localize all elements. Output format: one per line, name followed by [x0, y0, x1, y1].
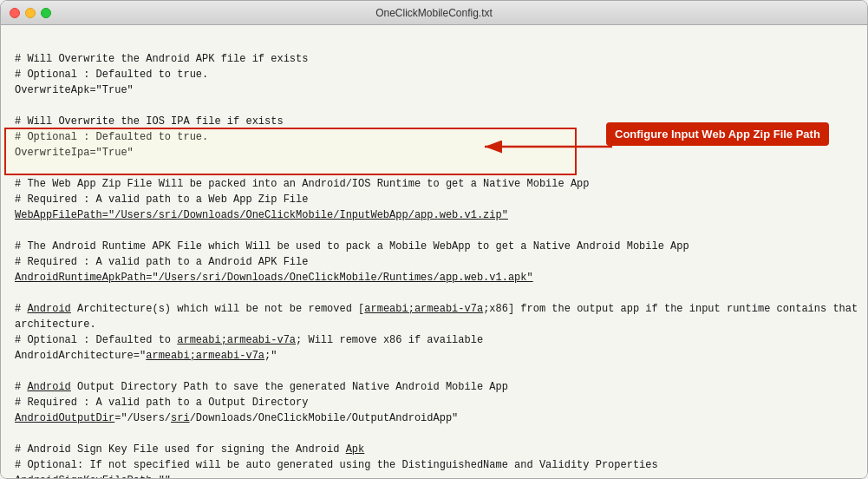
line-1: # Will Overwrite the Android APK file if…	[15, 53, 308, 65]
code-content: # Will Overwrite the Android APK file if…	[15, 36, 853, 478]
content-area[interactable]: Configure Input Web App Zip File Path # …	[1, 25, 867, 478]
line-21: # Optional: If not specified will be aut…	[15, 459, 658, 471]
close-button[interactable]	[10, 8, 20, 18]
line-20: # Android Sign Key File used for signing…	[15, 443, 364, 456]
annotation-label: Configure Input Web App Zip File Path	[606, 122, 829, 146]
line-7: # The Web App Zip File Will be packed in…	[15, 178, 590, 190]
line-6: OverwriteIpa="True"	[15, 147, 134, 159]
line-10: # The Android Runtime APK File which Wil…	[15, 240, 689, 253]
minimize-button[interactable]	[25, 8, 36, 18]
line-9: WebAppFilePath="/Users/sri/Downloads/One…	[15, 209, 508, 221]
main-window: OneClickMobileConfig.txt Configure Input…	[0, 0, 868, 479]
line-13: # Android Architecture(s) which will be …	[15, 303, 858, 315]
line-18: # Required : A valid path to a Output Di…	[15, 397, 308, 409]
line-11: # Required : A valid path to a Android A…	[15, 256, 308, 268]
line-19: AndroidOutputDir="/Users/sri/Downloads/O…	[15, 412, 458, 424]
line-3: OverwriteApk="True"	[15, 84, 134, 96]
window-title: OneClickMobileConfig.txt	[375, 7, 493, 19]
line-15: # Optional : Defaulted to armeabi;armeab…	[15, 334, 483, 346]
line-22: AndroidSignKeyFilePath=""	[15, 475, 171, 478]
titlebar: OneClickMobileConfig.txt	[1, 1, 867, 25]
line-12: AndroidRuntimeApkPath="/Users/sri/Downlo…	[15, 272, 533, 284]
line-4: # Will Overwrite the IOS IPA file if exi…	[15, 115, 284, 128]
line-2: # Optional : Defaulted to true.	[15, 69, 208, 81]
line-16: AndroidArchitecture="armeabi;armeabi-v7a…	[15, 350, 277, 362]
line-17: # Android Output Directory Path to save …	[15, 381, 508, 393]
maximize-button[interactable]	[41, 8, 51, 18]
line-14: architecture.	[15, 318, 96, 331]
line-5: # Optional : Defaulted to true.	[15, 131, 208, 143]
line-8: # Required : A valid path to a Web App Z…	[15, 194, 308, 206]
traffic-lights	[10, 8, 51, 18]
